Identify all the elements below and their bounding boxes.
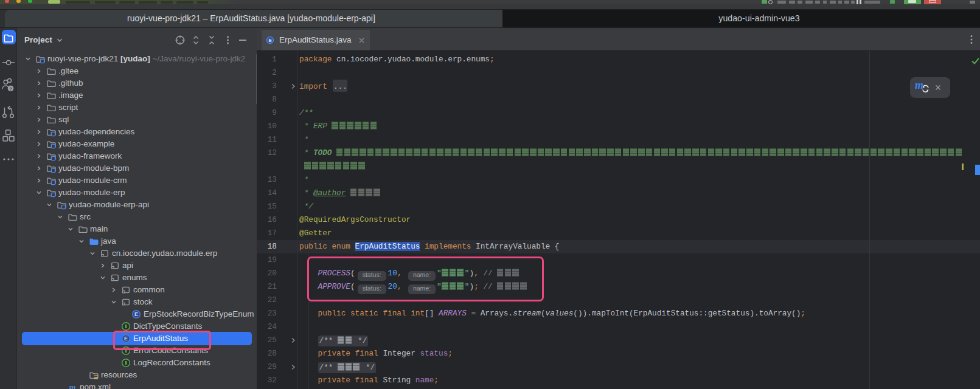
- svg-text:m: m: [69, 383, 76, 389]
- svg-text:E: E: [134, 311, 138, 317]
- svg-text:I: I: [125, 360, 127, 366]
- svg-text:I: I: [125, 323, 127, 329]
- svg-text:?: ?: [9, 86, 12, 92]
- svg-text:E: E: [268, 38, 271, 43]
